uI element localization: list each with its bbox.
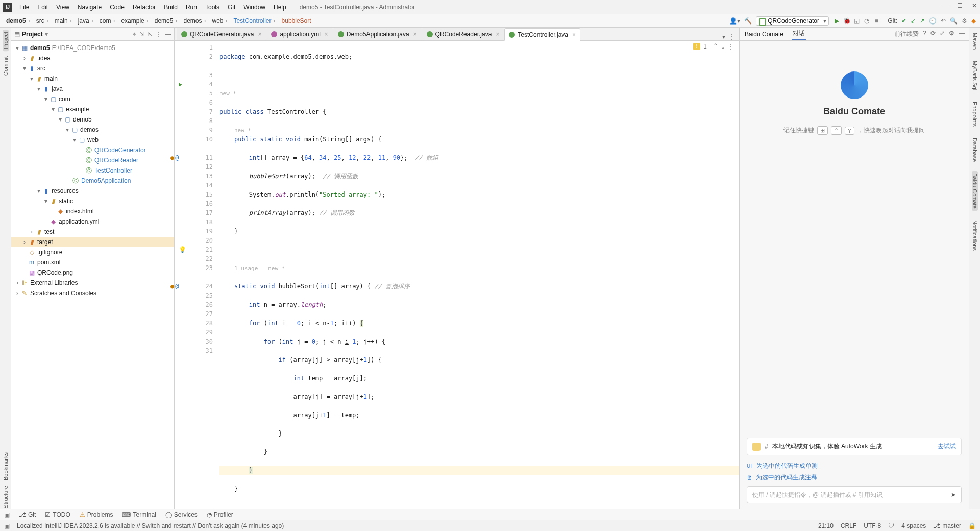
- status-message[interactable]: Localized IntelliJ IDEA 2023.2.6 is avai…: [17, 522, 284, 529]
- comate-chat-input[interactable]: 使用 / 调起快捷指令，@ 调起插件或 # 引用知识 ➤: [747, 486, 962, 503]
- user-icon[interactable]: 👤▾: [729, 17, 740, 25]
- menu-build[interactable]: Build: [160, 4, 182, 11]
- breadcrumb[interactable]: demo5: [4, 17, 34, 25]
- tool-terminal[interactable]: ⌨Terminal: [122, 511, 156, 518]
- help-icon[interactable]: ?: [923, 30, 926, 38]
- tool-services[interactable]: ◯Services: [165, 511, 198, 518]
- breadcrumb[interactable]: demos: [181, 17, 210, 25]
- project-view-icon[interactable]: ▤: [14, 31, 20, 38]
- tabs-more-icon[interactable]: ⋮: [729, 33, 735, 40]
- menu-edit[interactable]: Edit: [33, 4, 52, 11]
- editor-more-icon[interactable]: ⋮: [728, 43, 734, 50]
- breadcrumb[interactable]: main: [53, 17, 76, 25]
- code-editor[interactable]: 1 2 3 ▶4 5 6 7 8 9 10 ●@11 12 13 14 15 1…: [175, 41, 739, 531]
- tool-maven[interactable]: Maven: [972, 31, 978, 52]
- comate-banner[interactable]: # 本地代码或知识集，体验 AutoWork 生成 去试试: [747, 438, 962, 455]
- tabs-dropdown-icon[interactable]: ▾: [722, 33, 725, 40]
- toolstrip-toggle-icon[interactable]: ▣: [4, 511, 10, 518]
- menu-navigate[interactable]: Navigate: [74, 4, 106, 11]
- gear-icon[interactable]: ⚙: [949, 30, 954, 38]
- run-gutter-icon[interactable]: ▶: [179, 80, 182, 89]
- status-caret-pos[interactable]: 21:10: [818, 522, 834, 529]
- menu-file[interactable]: File: [15, 4, 33, 11]
- tab-qrgen[interactable]: QRCodeGenerator.java×: [177, 28, 266, 40]
- status-encoding[interactable]: UTF-8: [864, 522, 881, 529]
- breadcrumb[interactable]: web: [210, 17, 231, 25]
- git-commit-icon[interactable]: ↙: [911, 17, 916, 25]
- tool-database[interactable]: Database: [972, 136, 978, 164]
- coverage-icon[interactable]: ◱: [853, 17, 861, 25]
- editor-inspections[interactable]: ! 1 ^ ⌄ ⋮: [693, 43, 734, 50]
- git-history-icon[interactable]: 🕘: [929, 17, 937, 25]
- git-update-icon[interactable]: ✔: [901, 17, 906, 25]
- hide-icon[interactable]: —: [959, 30, 965, 38]
- code-content[interactable]: package com.example.demo5.demos.web; new…: [216, 41, 739, 531]
- tool-comate[interactable]: Baidu Comate: [972, 171, 978, 211]
- tab-appyml[interactable]: application.yml×: [266, 28, 332, 40]
- project-title[interactable]: Project: [22, 31, 43, 38]
- git-rollback-icon[interactable]: ↶: [941, 17, 946, 25]
- tool-project[interactable]: Project: [3, 30, 9, 51]
- menu-code[interactable]: Code: [106, 4, 129, 11]
- menu-window[interactable]: Window: [239, 4, 270, 11]
- breadcrumb[interactable]: demo5: [153, 17, 182, 25]
- comate-icon[interactable]: ◆: [971, 17, 976, 25]
- hide-icon[interactable]: —: [165, 31, 171, 38]
- breadcrumb[interactable]: com: [97, 17, 119, 25]
- suggest-comment[interactable]: 🗎为选中的代码生成注释: [747, 473, 962, 482]
- window-maximize-icon[interactable]: ☐: [957, 2, 963, 9]
- tool-todo[interactable]: ☑TODO: [45, 511, 70, 518]
- status-lock-icon[interactable]: 🔒: [968, 522, 976, 529]
- close-icon[interactable]: ×: [413, 31, 417, 38]
- comate-renew-link[interactable]: 前往续费: [894, 30, 919, 38]
- select-opened-icon[interactable]: ⌖: [133, 31, 136, 38]
- comate-tab-main[interactable]: Baidu Comate: [744, 29, 785, 39]
- expand-all-icon[interactable]: ⇲: [139, 31, 144, 38]
- close-icon[interactable]: ×: [258, 31, 261, 38]
- breadcrumb[interactable]: example: [119, 17, 152, 25]
- tool-problems[interactable]: ⚠Problems: [80, 511, 113, 518]
- send-icon[interactable]: ➤: [951, 491, 956, 498]
- tool-structure[interactable]: Structure: [3, 486, 9, 509]
- breadcrumb-method[interactable]: bubbleSort: [280, 17, 313, 25]
- status-toggle-icon[interactable]: ▣: [4, 522, 10, 529]
- build-icon[interactable]: 🔨: [744, 17, 752, 25]
- editor-gutter[interactable]: 1 2 3 ▶4 5 6 7 8 9 10 ●@11 12 13 14 15 1…: [188, 41, 216, 531]
- breadcrumb[interactable]: java: [76, 17, 97, 25]
- run-config-selector[interactable]: QRCodeGenerator: [756, 16, 829, 26]
- refresh-icon[interactable]: ⟳: [930, 30, 936, 38]
- status-indent[interactable]: 4 spaces: [901, 522, 926, 529]
- menu-git[interactable]: Git: [224, 4, 239, 11]
- expand-icon[interactable]: ⤢: [940, 30, 945, 38]
- git-push-icon[interactable]: ↗: [920, 17, 925, 25]
- tool-mybatis[interactable]: MyBatis Sql: [972, 59, 978, 92]
- menu-tools[interactable]: Tools: [201, 4, 224, 11]
- tab-qrreader[interactable]: QRCodeReader.java×: [422, 28, 504, 40]
- settings-icon[interactable]: ⋮: [156, 31, 162, 38]
- window-close-icon[interactable]: ✕: [972, 2, 977, 9]
- search-icon[interactable]: 🔍: [950, 17, 958, 25]
- stop-icon[interactable]: ■: [872, 17, 880, 25]
- breadcrumb[interactable]: src: [34, 17, 53, 25]
- collapse-all-icon[interactable]: ⇱: [148, 31, 153, 38]
- menu-run[interactable]: Run: [182, 4, 201, 11]
- run-icon[interactable]: ▶: [833, 17, 841, 25]
- tool-profiler[interactable]: ◔Profiler: [207, 511, 233, 518]
- status-branch[interactable]: ⎇ master: [933, 522, 961, 529]
- intention-bulb-icon[interactable]: 💡: [179, 245, 186, 254]
- close-icon[interactable]: ×: [496, 31, 499, 38]
- profile-icon[interactable]: ◔: [863, 17, 871, 25]
- close-icon[interactable]: ×: [572, 31, 576, 38]
- window-minimize-icon[interactable]: —: [942, 2, 948, 9]
- menu-view[interactable]: View: [52, 4, 74, 11]
- debug-icon[interactable]: 🐞: [843, 17, 851, 25]
- project-tree[interactable]: ▾▦demo5E:\IDEA_CODE\demo5 ›▮.idea ▾▮src …: [11, 41, 174, 509]
- status-readonly-icon[interactable]: 🛡: [888, 522, 894, 529]
- tool-notifications[interactable]: Notifications: [972, 218, 978, 253]
- tool-bookmarks[interactable]: Bookmarks: [3, 452, 9, 480]
- comate-tab-chat[interactable]: 对话: [792, 28, 806, 40]
- warning-icon[interactable]: !: [693, 43, 700, 50]
- suggest-unittest[interactable]: UT为选中的代码生成单测: [747, 462, 962, 470]
- breadcrumb-class[interactable]: TestController: [232, 17, 280, 25]
- menu-refactor[interactable]: Refactor: [129, 4, 160, 11]
